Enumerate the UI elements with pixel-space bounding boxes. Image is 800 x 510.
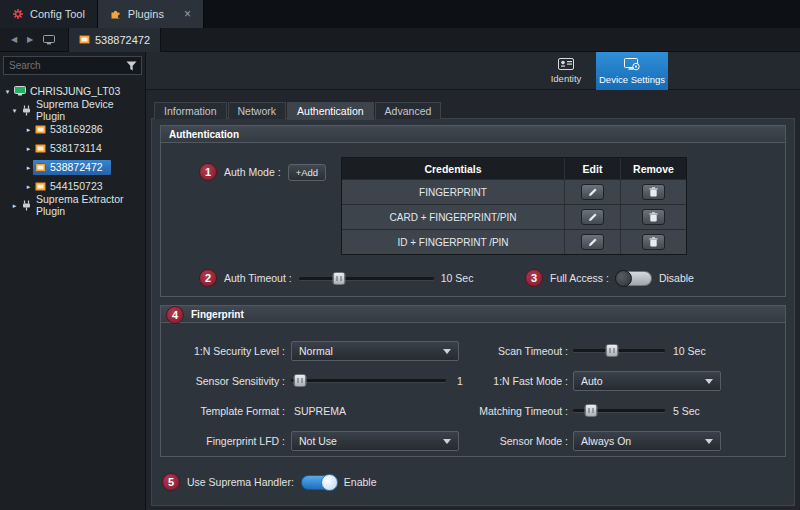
trash-icon [649, 212, 658, 222]
tab-label: Network [238, 105, 277, 117]
toggle-knob[interactable] [615, 270, 632, 287]
sidebar-item-suprema-extractor-plugin[interactable]: ▸ Suprema Extractor Plugin [0, 196, 145, 215]
edit-button[interactable] [581, 234, 604, 250]
sensor-sensitivity-slider[interactable] [291, 374, 446, 387]
auth-mode-label: Auth Mode : [224, 166, 281, 178]
plug-icon [21, 105, 32, 116]
annotation-badge-3: 3 [525, 269, 543, 287]
sensor-mode-value: Always On [581, 435, 631, 447]
full-access-label: Full Access : [550, 272, 609, 284]
remove-button[interactable] [642, 209, 665, 225]
expander-icon[interactable]: ▸ [10, 202, 19, 210]
device-document-tab[interactable]: 538872472 [68, 28, 161, 52]
forward-button[interactable]: ▶ [22, 35, 38, 44]
identity-button-label: Identity [551, 73, 582, 84]
expander-icon[interactable]: ▾ [3, 88, 12, 96]
expander-icon[interactable]: ▸ [24, 164, 33, 172]
window-tab-config-tool[interactable]: Config Tool [0, 0, 98, 28]
toggle-knob[interactable] [321, 474, 338, 491]
credentials-table: Credentials Edit Remove FINGERPRINT CARD… [341, 157, 687, 255]
matching-timeout-slider[interactable] [573, 404, 665, 417]
plugins-icon [110, 8, 122, 20]
suprema-handler-label: Use Suprema Handler: [187, 476, 294, 488]
trash-icon [649, 187, 658, 197]
edit-button[interactable] [581, 184, 604, 200]
slider-thumb[interactable] [605, 344, 618, 357]
device-icon [35, 162, 46, 173]
column-header-remove: Remove [620, 158, 686, 179]
sidebar-item-label: 538872472 [50, 161, 103, 173]
close-icon[interactable]: × [184, 8, 191, 20]
sidebar-item-label: 544150723 [50, 180, 103, 192]
template-format-label: Template Format : [161, 405, 285, 417]
device-icon [35, 143, 46, 154]
sidebar-item-538872472[interactable]: ▸ 538872472 [0, 158, 145, 177]
auth-timeout-value: 10 Sec [441, 272, 474, 284]
credential-label: ID + FINGERPRINT /PIN [342, 230, 564, 254]
expander-icon[interactable]: ▾ [10, 107, 19, 115]
pencil-icon [588, 212, 598, 222]
main-header: Identity Device Settings [146, 52, 800, 90]
sensor-mode-dropdown[interactable]: Always On [573, 431, 721, 451]
edit-button[interactable] [581, 209, 604, 225]
tab-advanced[interactable]: Advanced [375, 102, 442, 119]
full-access-toggle[interactable] [616, 271, 652, 286]
trash-icon [649, 237, 658, 247]
slider-thumb[interactable] [294, 374, 307, 387]
device-icon [35, 124, 46, 135]
back-button[interactable]: ◀ [6, 35, 22, 44]
device-tree: ▾ CHRISJUNG_LT03 ▾ Suprema Device Plugin [0, 82, 145, 215]
slider-thumb[interactable] [333, 272, 346, 285]
plug-icon [21, 200, 32, 211]
security-level-value: Normal [299, 345, 333, 357]
identity-button[interactable]: Identity [538, 52, 594, 90]
device-tree-icon[interactable] [43, 35, 55, 45]
matching-timeout-label: Matching Timeout : [426, 405, 568, 417]
fingerprint-group: 4 Fingerprint 1:N Security Level : Norma… [160, 305, 786, 457]
tab-authentication[interactable]: Authentication [287, 102, 374, 120]
device-icon [79, 34, 90, 45]
titlebar: Config Tool Plugins × [0, 0, 800, 28]
search-input[interactable] [4, 60, 122, 71]
fingerprint-lfd-value: Not Use [299, 435, 337, 447]
remove-button[interactable] [642, 234, 665, 250]
tab-information[interactable]: Information [154, 102, 227, 119]
sidebar-item-label: CHRISJUNG_LT03 [30, 85, 120, 97]
window-tab-plugins[interactable]: Plugins × [98, 0, 204, 28]
sidebar-item-538173114[interactable]: ▸ 538173114 [0, 139, 145, 158]
expander-icon[interactable]: ▸ [24, 126, 33, 134]
auth-timeout-slider[interactable] [299, 272, 434, 285]
fingerprint-group-header: Fingerprint [161, 306, 785, 323]
device-settings-button-label: Device Settings [599, 74, 665, 85]
credential-row: CARD + FINGERPRINT/PIN [342, 204, 686, 229]
suprema-handler-state: Enable [344, 476, 377, 488]
security-level-label: 1:N Security Level : [161, 345, 285, 357]
column-header-edit: Edit [564, 158, 620, 179]
expander-icon[interactable]: ▸ [24, 183, 33, 191]
filter-icon[interactable] [122, 61, 141, 71]
authentication-group: Authentication 1 Auth Mode : +Add Creden… [160, 125, 786, 297]
credential-row: ID + FINGERPRINT /PIN [342, 229, 686, 254]
authentication-panel: Authentication 1 Auth Mode : +Add Creden… [151, 118, 795, 506]
fast-mode-dropdown[interactable]: Auto [573, 371, 721, 391]
tab-network[interactable]: Network [228, 102, 287, 119]
suprema-handler-toggle[interactable] [301, 475, 337, 490]
device-settings-button[interactable]: Device Settings [596, 52, 668, 90]
main-area: Identity Device Settings Information Net… [146, 52, 800, 510]
search-box [3, 56, 142, 75]
slider-thumb[interactable] [585, 404, 598, 417]
selected-highlight: 538872472 [33, 160, 111, 175]
authentication-group-header: Authentication [161, 126, 785, 143]
remove-button[interactable] [642, 184, 665, 200]
scan-timeout-value: 10 Sec [673, 345, 706, 357]
expander-icon[interactable]: ▸ [24, 145, 33, 153]
sidebar-item-suprema-device-plugin[interactable]: ▾ Suprema Device Plugin [0, 101, 145, 120]
full-access-row: 3 Full Access : Disable [525, 269, 694, 287]
scan-timeout-slider[interactable] [573, 344, 665, 357]
sensor-mode-label: Sensor Mode : [426, 435, 568, 447]
tab-label: Authentication [297, 105, 364, 117]
annotation-badge-5: 5 [162, 473, 180, 491]
add-auth-mode-button[interactable]: +Add [288, 164, 326, 181]
fast-mode-label: 1:N Fast Mode : [426, 375, 568, 387]
template-format-value: SUPREMA [294, 405, 346, 417]
